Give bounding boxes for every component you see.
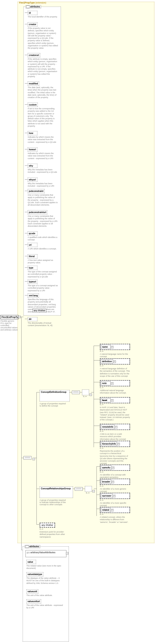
child-desc: A natural language name for the concept. (100, 353, 130, 358)
connector (94, 399, 100, 399)
expand-icon[interactable]: + (114, 360, 116, 363)
attr-desc: If set to true the corresponding propert… (28, 108, 58, 127)
expand-icon[interactable]: + (111, 382, 114, 385)
expand-icon[interactable]: + (112, 467, 114, 469)
child-related[interactable]: related (101, 508, 111, 512)
child-sameAs[interactable]: sameAs (101, 466, 112, 470)
expand-icon[interactable]: – (90, 394, 92, 396)
child-hierarchyInfo[interactable]: hierarchyInfo (101, 442, 117, 446)
arbitrary-value-group[interactable]: grp arbitraryValueAttributes – (25, 550, 66, 557)
child-note[interactable]: note (101, 381, 111, 385)
child-name[interactable]: name (101, 345, 111, 349)
attr-why[interactable]: why (28, 164, 37, 168)
attr-desc: The type of the concept assigned as cont… (28, 270, 58, 278)
attr-node: pubconstrainturiOne or many constraints … (28, 210, 58, 227)
attr-node: creatoruriIf the attribute is empty, spe… (28, 53, 58, 78)
expand-icon[interactable]: + (112, 481, 114, 483)
concept-def-group-box[interactable]: ConceptDefinitionGroup (40, 390, 70, 402)
child-desc: A natural language definition of the sem… (100, 368, 130, 378)
expand-icon[interactable]: – (92, 490, 95, 492)
attr-node: howuriIndicates by which means the value… (28, 148, 58, 160)
expand-icon[interactable]: – (66, 552, 68, 554)
attr-node: dirThe directionality of textual content… (28, 317, 58, 327)
attr-node: typeThe type of the concept assigned as … (28, 266, 58, 278)
expand-icon[interactable]: – (32, 458, 35, 460)
connector (25, 83, 28, 84)
connector (80, 392, 82, 392)
attr-xml:lang[interactable]: xml:lang (28, 294, 39, 298)
any-other-attr[interactable]: any ##other (32, 309, 46, 312)
attr-desc: The unit of the value attribute - expres… (26, 604, 64, 609)
attr-type[interactable]: type (28, 266, 37, 270)
expand-icon[interactable]: + (115, 426, 117, 428)
attr-qcode[interactable]: qcode (28, 231, 37, 236)
attr-icon (26, 6, 29, 8)
expand-icon[interactable]: + (111, 346, 114, 348)
attr-desc: The datatype of the value attribute – it… (26, 577, 64, 584)
attr-id[interactable]: id (28, 11, 37, 15)
attr-pubconstraint[interactable]: pubconstraint (28, 189, 45, 193)
child-desc: An identifier of a more generic concept. (100, 488, 130, 493)
attr-valueunit[interactable]: valueunit (26, 589, 38, 594)
connector (36, 524, 40, 524)
child-broader[interactable]: broader (101, 480, 111, 484)
attr-valueunituri[interactable]: valueunituri (26, 599, 41, 604)
choice-icon[interactable] (82, 390, 89, 395)
attr-value[interactable]: value (26, 560, 36, 564)
attr-how[interactable]: how (28, 131, 37, 135)
expand-icon[interactable]: + (111, 509, 114, 511)
attr-modified[interactable]: modified (28, 82, 39, 86)
grp-name: arbitraryValueAttributes (30, 551, 55, 554)
connector (25, 12, 28, 13)
attr-desc: Indicates by which means the value was e… (28, 136, 58, 144)
connector (25, 191, 28, 191)
attr-valuedatatype[interactable]: valuedatatype (26, 572, 43, 576)
connector (25, 295, 28, 296)
choice-icon[interactable] (85, 486, 92, 492)
attr-desc: If the attribute is empty, specifies whi… (28, 58, 58, 78)
attr-desc: The date (and, optionally, the time) whe… (28, 86, 58, 99)
attr-typeuri[interactable]: typeuri (28, 280, 37, 284)
root-rect[interactable]: Flex1ExtPropType (0, 315, 18, 319)
child-node: remoteInfo+0..∞A link to an item or a we… (100, 424, 130, 440)
attr-desc: The unit of the value attribute. (26, 594, 53, 597)
attr-custom[interactable]: custom (28, 103, 38, 107)
connector (94, 426, 100, 426)
sequence-icon[interactable] (23, 456, 31, 460)
choice-node: – (85, 486, 95, 492)
expand-icon[interactable]: + (111, 399, 114, 402)
child-desc: An identifier of a concept with equivale… (100, 474, 130, 479)
attr-node: idThe local identifier of the property. (28, 11, 57, 18)
expand-icon[interactable]: + (113, 495, 115, 497)
attr-literal[interactable]: literal (28, 254, 37, 258)
attr-node: pubconstraintOne or many constraints tha… (28, 189, 58, 206)
attr-node: typeuriThe type of a concept assigned as… (28, 280, 58, 292)
connector (25, 104, 28, 105)
attr-node: howIndicates by which means the value wa… (28, 131, 58, 144)
attr-uri[interactable]: uri (28, 243, 37, 247)
expand-icon[interactable]: + (117, 443, 120, 445)
attr-icon (25, 545, 29, 548)
child-narrower[interactable]: narrower (101, 494, 113, 498)
attr-dir[interactable]: dir (28, 317, 37, 321)
attr-node: customIf set to true the corresponding p… (28, 103, 58, 127)
extension-name: Flex1PropType (19, 2, 35, 4)
attr-howuri[interactable]: howuri (28, 148, 37, 152)
sequence-icon[interactable] (72, 391, 80, 394)
child-facet[interactable]: facet (101, 398, 111, 402)
attr-pubconstrainturi[interactable]: pubconstrainturi (28, 210, 47, 214)
concept-rel-group-desc: A group of properties required to indica… (40, 499, 66, 506)
concept-rel-group-box[interactable]: ConceptRelationshipsGroup (40, 486, 73, 498)
connector (21, 317, 21, 458)
sequence-icon[interactable] (75, 487, 83, 491)
attributes-title-text: attributes (30, 6, 40, 8)
child-desc: In NAR 1.8 and later, facet is deprecate… (100, 406, 130, 421)
child-definition[interactable]: definition (101, 359, 113, 364)
any-other-box[interactable]: any ##other (40, 522, 55, 528)
attr-creator[interactable]: creator (28, 22, 37, 26)
child-remoteInfo[interactable]: remoteInfo (101, 425, 115, 429)
connector (25, 268, 28, 268)
attr-creatoruri[interactable]: creatoruri (28, 53, 40, 57)
attributes-frame: attributes idThe local identifier of the… (23, 6, 61, 316)
attr-whyuri[interactable]: whyuri (28, 178, 37, 182)
